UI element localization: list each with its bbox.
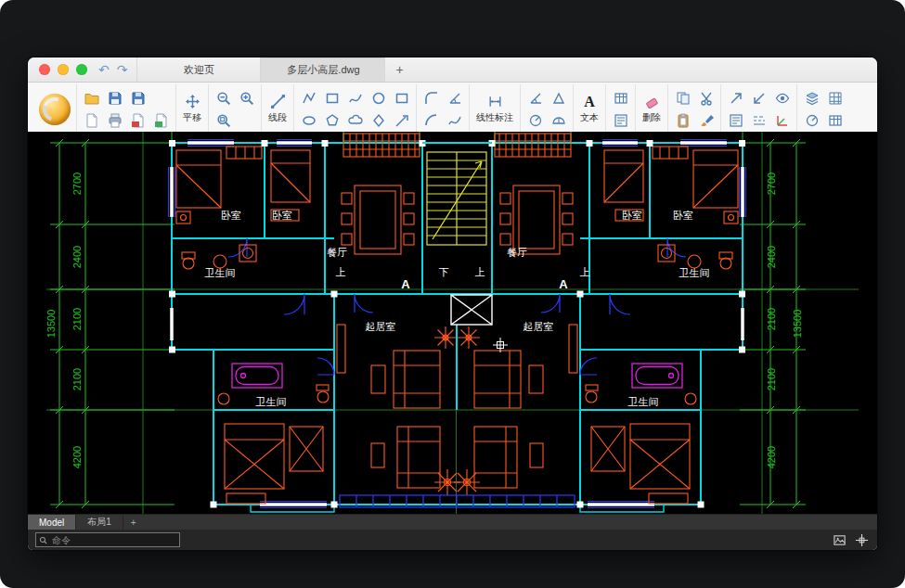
new-file-button[interactable] bbox=[80, 109, 103, 132]
zoom-in-button[interactable] bbox=[235, 87, 258, 109]
chamfer-button[interactable] bbox=[443, 87, 466, 109]
view-group bbox=[721, 84, 797, 134]
polygon-button[interactable] bbox=[320, 109, 343, 132]
new-file-icon bbox=[84, 113, 99, 128]
crosshair-button[interactable] bbox=[853, 531, 870, 548]
radius-dimension-button[interactable] bbox=[524, 109, 547, 132]
table-button[interactable] bbox=[609, 87, 632, 109]
dim-left-total: 13500 bbox=[45, 310, 57, 339]
arc-button[interactable] bbox=[420, 109, 443, 132]
settings-icon bbox=[828, 113, 843, 128]
room-label-living: 起居室 bbox=[366, 321, 396, 332]
fillet-button[interactable] bbox=[420, 87, 443, 109]
grid-button[interactable] bbox=[823, 87, 847, 109]
command-input[interactable] bbox=[50, 534, 176, 546]
zoom-window-button[interactable] bbox=[724, 87, 747, 109]
close-window-button[interactable] bbox=[39, 64, 50, 75]
ray-button[interactable] bbox=[390, 109, 413, 132]
export-pdf-button[interactable] bbox=[126, 109, 149, 132]
diamond-icon bbox=[371, 113, 386, 128]
linear-dimension-tool[interactable]: 线性标注 bbox=[470, 84, 521, 134]
rectangle-button[interactable] bbox=[320, 87, 343, 109]
copy-button[interactable] bbox=[671, 87, 694, 109]
layers-button[interactable] bbox=[800, 87, 823, 109]
zoom-previous-button[interactable] bbox=[747, 87, 770, 109]
delete-tool[interactable]: 删除 bbox=[636, 84, 668, 134]
stair-label-up: 上 bbox=[580, 266, 590, 277]
diamond-button[interactable] bbox=[367, 109, 390, 132]
revision-cloud-button[interactable] bbox=[343, 109, 367, 132]
cad-canvas[interactable]: 2700 2400 2100 2100 4200 13500 2700 2400… bbox=[28, 132, 877, 515]
snapshot-button[interactable] bbox=[831, 531, 847, 548]
room-label-bedroom: 卧室 bbox=[622, 210, 642, 221]
zoom-window-icon bbox=[729, 91, 743, 106]
tab-drawing[interactable]: 多层小高层.dwg bbox=[261, 58, 385, 82]
ucs-button[interactable] bbox=[770, 109, 794, 132]
export-image-button[interactable] bbox=[149, 109, 173, 132]
tab-model[interactable]: Model bbox=[28, 515, 76, 530]
format-painter-button[interactable] bbox=[694, 109, 718, 132]
room-label-bathroom: 卫生间 bbox=[627, 396, 659, 407]
spline-icon bbox=[348, 91, 363, 106]
balcony-railing bbox=[340, 495, 575, 507]
zoom-out-button[interactable] bbox=[212, 87, 235, 109]
export-pdf-icon bbox=[131, 113, 146, 128]
settings-button[interactable] bbox=[823, 109, 847, 132]
area-measure-button[interactable] bbox=[547, 87, 570, 109]
minimize-window-button[interactable] bbox=[58, 64, 69, 75]
hatch-button[interactable] bbox=[800, 109, 823, 132]
pan-tool[interactable]: 平移 bbox=[176, 84, 209, 134]
section-marker: A bbox=[401, 277, 410, 291]
open-button[interactable] bbox=[80, 87, 103, 109]
protractor-button[interactable] bbox=[547, 109, 570, 132]
undo-icon[interactable]: ↶ bbox=[98, 63, 110, 76]
room-label-bathroom: 卫生间 bbox=[679, 267, 710, 278]
redo-icon[interactable]: ↷ bbox=[117, 63, 128, 76]
linear-dimension-label: 线性标注 bbox=[476, 111, 513, 124]
ellipse-icon bbox=[302, 113, 317, 128]
dim-left-2: 2400 bbox=[71, 246, 83, 268]
save-icon bbox=[108, 91, 123, 106]
visibility-button[interactable] bbox=[770, 87, 794, 109]
dim-left-4: 2100 bbox=[71, 368, 83, 390]
command-input-wrap bbox=[35, 532, 180, 547]
room-label-bedroom: 卧室 bbox=[221, 210, 241, 221]
open-folder-icon bbox=[84, 91, 99, 106]
room-label-dining: 餐厅 bbox=[327, 247, 347, 258]
line-label: 线段 bbox=[268, 111, 287, 124]
add-layout-button[interactable]: + bbox=[123, 515, 144, 530]
ellipse-button[interactable] bbox=[297, 109, 320, 132]
curve-button[interactable] bbox=[443, 109, 466, 132]
rectangle-icon bbox=[325, 91, 340, 106]
visibility-icon bbox=[775, 91, 790, 106]
properties-button[interactable] bbox=[724, 109, 747, 132]
pan-label: 平移 bbox=[183, 111, 201, 124]
cut-button[interactable] bbox=[694, 87, 718, 109]
tab-layout1[interactable]: 布局1 bbox=[76, 515, 123, 530]
line-tool[interactable]: 线段 bbox=[262, 84, 294, 134]
zoom-extents-button[interactable] bbox=[212, 109, 235, 132]
zoom-extents-icon bbox=[216, 113, 231, 128]
square-button[interactable] bbox=[390, 87, 413, 109]
arc-group bbox=[417, 84, 470, 134]
app-logo[interactable] bbox=[33, 84, 77, 134]
save-as-button[interactable] bbox=[126, 87, 149, 109]
circle-button[interactable] bbox=[367, 87, 390, 109]
new-tab-button[interactable]: + bbox=[385, 58, 413, 82]
zoom-out-icon bbox=[216, 91, 231, 106]
tab-welcome[interactable]: 欢迎页 bbox=[136, 58, 261, 82]
dim-right-4: 2100 bbox=[766, 368, 777, 390]
polyline-button[interactable] bbox=[297, 87, 320, 109]
save-button[interactable] bbox=[103, 87, 126, 109]
spline-button[interactable] bbox=[343, 87, 367, 109]
room-label-bathroom: 卫生间 bbox=[204, 267, 236, 278]
linetype-button[interactable] bbox=[747, 109, 770, 132]
pan-move-icon bbox=[185, 94, 200, 109]
paste-button[interactable] bbox=[671, 109, 694, 132]
text-tool[interactable]: A 文本 bbox=[574, 84, 606, 134]
maximize-window-button[interactable] bbox=[76, 64, 87, 75]
angle-dimension-button[interactable] bbox=[524, 87, 547, 109]
print-button[interactable] bbox=[103, 109, 126, 132]
room-label-bathroom: 卫生间 bbox=[255, 396, 287, 407]
sheet-button[interactable] bbox=[609, 109, 632, 132]
